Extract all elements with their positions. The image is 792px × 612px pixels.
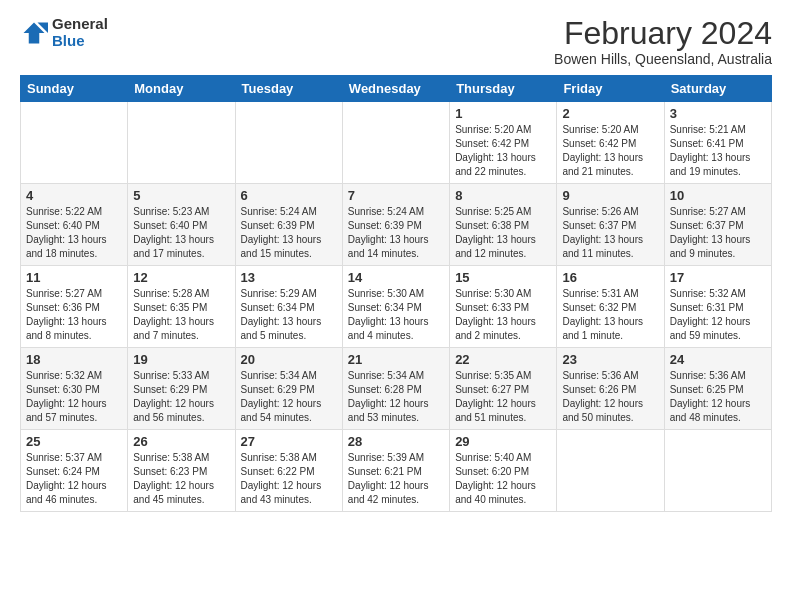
calendar-cell: 3Sunrise: 5:21 AMSunset: 6:41 PMDaylight… [664, 102, 771, 184]
day-number: 14 [348, 270, 444, 285]
logo-icon [20, 19, 48, 47]
logo: General Blue [20, 16, 108, 49]
calendar-cell: 6Sunrise: 5:24 AMSunset: 6:39 PMDaylight… [235, 184, 342, 266]
calendar-cell: 23Sunrise: 5:36 AMSunset: 6:26 PMDayligh… [557, 348, 664, 430]
calendar-cell: 18Sunrise: 5:32 AMSunset: 6:30 PMDayligh… [21, 348, 128, 430]
day-number: 3 [670, 106, 766, 121]
day-info: Sunrise: 5:32 AMSunset: 6:31 PMDaylight:… [670, 287, 766, 343]
day-info: Sunrise: 5:38 AMSunset: 6:23 PMDaylight:… [133, 451, 229, 507]
calendar-week-4: 18Sunrise: 5:32 AMSunset: 6:30 PMDayligh… [21, 348, 772, 430]
day-header-monday: Monday [128, 76, 235, 102]
day-number: 7 [348, 188, 444, 203]
day-info: Sunrise: 5:27 AMSunset: 6:36 PMDaylight:… [26, 287, 122, 343]
calendar-cell: 4Sunrise: 5:22 AMSunset: 6:40 PMDaylight… [21, 184, 128, 266]
calendar-cell: 21Sunrise: 5:34 AMSunset: 6:28 PMDayligh… [342, 348, 449, 430]
calendar-cell: 11Sunrise: 5:27 AMSunset: 6:36 PMDayligh… [21, 266, 128, 348]
day-number: 29 [455, 434, 551, 449]
calendar-cell: 22Sunrise: 5:35 AMSunset: 6:27 PMDayligh… [450, 348, 557, 430]
calendar-cell: 26Sunrise: 5:38 AMSunset: 6:23 PMDayligh… [128, 430, 235, 512]
calendar-cell: 5Sunrise: 5:23 AMSunset: 6:40 PMDaylight… [128, 184, 235, 266]
day-info: Sunrise: 5:36 AMSunset: 6:26 PMDaylight:… [562, 369, 658, 425]
day-number: 16 [562, 270, 658, 285]
day-number: 22 [455, 352, 551, 367]
header: General Blue February 2024 Bowen Hills, … [20, 16, 772, 67]
day-number: 15 [455, 270, 551, 285]
day-number: 23 [562, 352, 658, 367]
calendar-cell [235, 102, 342, 184]
calendar-week-2: 4Sunrise: 5:22 AMSunset: 6:40 PMDaylight… [21, 184, 772, 266]
day-info: Sunrise: 5:36 AMSunset: 6:25 PMDaylight:… [670, 369, 766, 425]
day-number: 8 [455, 188, 551, 203]
day-number: 28 [348, 434, 444, 449]
day-number: 2 [562, 106, 658, 121]
calendar-week-1: 1Sunrise: 5:20 AMSunset: 6:42 PMDaylight… [21, 102, 772, 184]
calendar-cell: 1Sunrise: 5:20 AMSunset: 6:42 PMDaylight… [450, 102, 557, 184]
day-info: Sunrise: 5:24 AMSunset: 6:39 PMDaylight:… [241, 205, 337, 261]
day-number: 6 [241, 188, 337, 203]
day-info: Sunrise: 5:39 AMSunset: 6:21 PMDaylight:… [348, 451, 444, 507]
day-info: Sunrise: 5:34 AMSunset: 6:28 PMDaylight:… [348, 369, 444, 425]
calendar-cell: 24Sunrise: 5:36 AMSunset: 6:25 PMDayligh… [664, 348, 771, 430]
day-info: Sunrise: 5:22 AMSunset: 6:40 PMDaylight:… [26, 205, 122, 261]
calendar-cell [557, 430, 664, 512]
day-header-sunday: Sunday [21, 76, 128, 102]
calendar-cell: 2Sunrise: 5:20 AMSunset: 6:42 PMDaylight… [557, 102, 664, 184]
day-info: Sunrise: 5:28 AMSunset: 6:35 PMDaylight:… [133, 287, 229, 343]
day-header-friday: Friday [557, 76, 664, 102]
calendar-cell [342, 102, 449, 184]
day-info: Sunrise: 5:20 AMSunset: 6:42 PMDaylight:… [455, 123, 551, 179]
day-info: Sunrise: 5:26 AMSunset: 6:37 PMDaylight:… [562, 205, 658, 261]
day-info: Sunrise: 5:29 AMSunset: 6:34 PMDaylight:… [241, 287, 337, 343]
calendar-week-3: 11Sunrise: 5:27 AMSunset: 6:36 PMDayligh… [21, 266, 772, 348]
day-header-wednesday: Wednesday [342, 76, 449, 102]
calendar-cell [128, 102, 235, 184]
day-number: 1 [455, 106, 551, 121]
calendar-cell: 13Sunrise: 5:29 AMSunset: 6:34 PMDayligh… [235, 266, 342, 348]
day-number: 18 [26, 352, 122, 367]
calendar-cell: 16Sunrise: 5:31 AMSunset: 6:32 PMDayligh… [557, 266, 664, 348]
day-number: 21 [348, 352, 444, 367]
calendar-cell: 7Sunrise: 5:24 AMSunset: 6:39 PMDaylight… [342, 184, 449, 266]
day-info: Sunrise: 5:23 AMSunset: 6:40 PMDaylight:… [133, 205, 229, 261]
day-info: Sunrise: 5:21 AMSunset: 6:41 PMDaylight:… [670, 123, 766, 179]
calendar-cell: 17Sunrise: 5:32 AMSunset: 6:31 PMDayligh… [664, 266, 771, 348]
day-number: 5 [133, 188, 229, 203]
day-info: Sunrise: 5:30 AMSunset: 6:33 PMDaylight:… [455, 287, 551, 343]
day-number: 4 [26, 188, 122, 203]
calendar-cell [21, 102, 128, 184]
day-number: 17 [670, 270, 766, 285]
day-number: 13 [241, 270, 337, 285]
calendar-cell: 19Sunrise: 5:33 AMSunset: 6:29 PMDayligh… [128, 348, 235, 430]
day-number: 9 [562, 188, 658, 203]
day-info: Sunrise: 5:37 AMSunset: 6:24 PMDaylight:… [26, 451, 122, 507]
day-number: 10 [670, 188, 766, 203]
day-number: 27 [241, 434, 337, 449]
day-info: Sunrise: 5:24 AMSunset: 6:39 PMDaylight:… [348, 205, 444, 261]
calendar-cell: 25Sunrise: 5:37 AMSunset: 6:24 PMDayligh… [21, 430, 128, 512]
day-header-thursday: Thursday [450, 76, 557, 102]
title-block: February 2024 Bowen Hills, Queensland, A… [554, 16, 772, 67]
main-title: February 2024 [554, 16, 772, 51]
calendar-cell: 20Sunrise: 5:34 AMSunset: 6:29 PMDayligh… [235, 348, 342, 430]
calendar-cell: 8Sunrise: 5:25 AMSunset: 6:38 PMDaylight… [450, 184, 557, 266]
day-info: Sunrise: 5:32 AMSunset: 6:30 PMDaylight:… [26, 369, 122, 425]
day-info: Sunrise: 5:35 AMSunset: 6:27 PMDaylight:… [455, 369, 551, 425]
subtitle: Bowen Hills, Queensland, Australia [554, 51, 772, 67]
calendar-cell: 12Sunrise: 5:28 AMSunset: 6:35 PMDayligh… [128, 266, 235, 348]
day-info: Sunrise: 5:34 AMSunset: 6:29 PMDaylight:… [241, 369, 337, 425]
page: General Blue February 2024 Bowen Hills, … [0, 0, 792, 522]
day-number: 26 [133, 434, 229, 449]
day-info: Sunrise: 5:20 AMSunset: 6:42 PMDaylight:… [562, 123, 658, 179]
calendar-cell: 28Sunrise: 5:39 AMSunset: 6:21 PMDayligh… [342, 430, 449, 512]
day-info: Sunrise: 5:40 AMSunset: 6:20 PMDaylight:… [455, 451, 551, 507]
day-number: 12 [133, 270, 229, 285]
calendar-cell: 15Sunrise: 5:30 AMSunset: 6:33 PMDayligh… [450, 266, 557, 348]
day-header-saturday: Saturday [664, 76, 771, 102]
logo-general: General [52, 16, 108, 33]
day-info: Sunrise: 5:30 AMSunset: 6:34 PMDaylight:… [348, 287, 444, 343]
calendar-cell: 29Sunrise: 5:40 AMSunset: 6:20 PMDayligh… [450, 430, 557, 512]
day-number: 11 [26, 270, 122, 285]
day-number: 20 [241, 352, 337, 367]
calendar-cell: 9Sunrise: 5:26 AMSunset: 6:37 PMDaylight… [557, 184, 664, 266]
day-info: Sunrise: 5:25 AMSunset: 6:38 PMDaylight:… [455, 205, 551, 261]
